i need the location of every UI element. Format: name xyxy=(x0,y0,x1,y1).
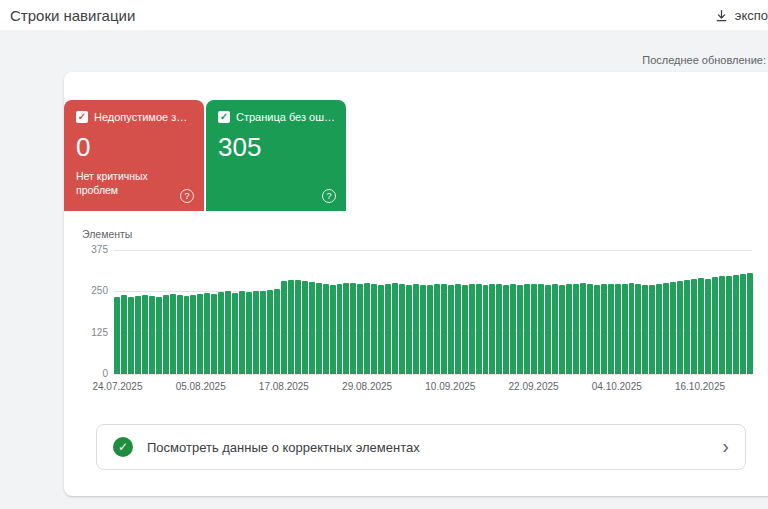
valid-checkbox[interactable]: ✓ xyxy=(218,111,230,123)
chart-bar[interactable] xyxy=(253,291,259,374)
chart-bar[interactable] xyxy=(371,284,377,374)
chart-bar[interactable] xyxy=(343,283,349,374)
chart-bar[interactable] xyxy=(399,284,405,374)
chart-bar[interactable] xyxy=(330,285,336,374)
chart-bar[interactable] xyxy=(177,295,183,374)
chart-bar[interactable] xyxy=(552,284,558,374)
chart-bar[interactable] xyxy=(302,281,308,374)
chart-bar[interactable] xyxy=(364,283,370,374)
chart-bar[interactable] xyxy=(496,284,502,374)
chart-bar[interactable] xyxy=(608,284,614,374)
chart-bar[interactable] xyxy=(406,285,412,374)
chart-bar[interactable] xyxy=(378,285,384,374)
chart-bar[interactable] xyxy=(170,294,176,374)
chart-bar[interactable] xyxy=(190,295,196,374)
chart-bar[interactable] xyxy=(573,284,579,374)
chart-bar[interactable] xyxy=(510,284,516,374)
chart-bar[interactable] xyxy=(218,292,224,374)
chart-bar[interactable] xyxy=(441,284,447,374)
export-button[interactable]: экспо xyxy=(714,0,768,30)
chart-bar[interactable] xyxy=(309,282,315,374)
chart-bar[interactable] xyxy=(121,295,127,374)
chart-bar[interactable] xyxy=(524,284,530,374)
chart-bar[interactable] xyxy=(114,297,120,374)
chart-bar[interactable] xyxy=(712,277,718,374)
chart-bar[interactable] xyxy=(128,297,134,374)
chart-bar[interactable] xyxy=(656,284,662,374)
chart-bar[interactable] xyxy=(260,291,266,374)
chart-bar[interactable] xyxy=(719,276,725,374)
chart-bar[interactable] xyxy=(239,291,245,374)
chart-bar[interactable] xyxy=(142,295,148,374)
chart-bar[interactable] xyxy=(323,284,329,374)
chart-bar[interactable] xyxy=(149,296,155,374)
chart-bar[interactable] xyxy=(434,284,440,374)
chart-bar[interactable] xyxy=(684,280,690,374)
chart-bar[interactable] xyxy=(420,285,426,374)
chart-bar[interactable] xyxy=(455,284,461,374)
errors-card[interactable]: ✓ Недопустимое з… 0 Нет критичных пробле… xyxy=(64,100,204,211)
chart-bar[interactable] xyxy=(135,296,141,374)
chart-bar[interactable] xyxy=(747,273,753,374)
valid-card[interactable]: ✓ Страница без ош… 305 ? xyxy=(206,100,346,211)
chart-bar[interactable] xyxy=(267,290,273,374)
chart-bar[interactable] xyxy=(601,284,607,374)
chart-bar[interactable] xyxy=(649,285,655,374)
chart-bar[interactable] xyxy=(197,294,203,374)
chart-bar[interactable] xyxy=(462,285,468,374)
chart-bar[interactable] xyxy=(517,285,523,374)
chart-bar[interactable] xyxy=(476,284,482,374)
chart-bar[interactable] xyxy=(448,285,454,374)
help-icon[interactable]: ? xyxy=(322,189,336,203)
chart-bar[interactable] xyxy=(531,284,537,374)
chart-bar[interactable] xyxy=(232,293,238,374)
chart-bar[interactable] xyxy=(622,284,628,374)
chart-bar[interactable] xyxy=(204,293,210,374)
chart-bar[interactable] xyxy=(670,282,676,374)
chart-bar[interactable] xyxy=(288,280,294,374)
chart-bar[interactable] xyxy=(587,284,593,374)
chart-bar[interactable] xyxy=(274,289,280,374)
chart-bar[interactable] xyxy=(489,284,495,374)
chart-bar[interactable] xyxy=(677,281,683,374)
chart-bar[interactable] xyxy=(281,281,287,374)
chart-bar[interactable] xyxy=(211,294,217,374)
chart-bar[interactable] xyxy=(663,283,669,374)
chart-bar[interactable] xyxy=(337,284,343,374)
chart-bar[interactable] xyxy=(705,279,711,374)
chart-bar[interactable] xyxy=(726,276,732,374)
chart-bar[interactable] xyxy=(740,274,746,374)
chart-bar[interactable] xyxy=(163,295,169,374)
valid-items-link[interactable]: ✓ Посмотреть данные о корректных элемент… xyxy=(96,424,746,470)
chart-bar[interactable] xyxy=(559,285,565,374)
chart-bar[interactable] xyxy=(392,283,398,374)
chart-bar[interactable] xyxy=(642,285,648,374)
chart-bar[interactable] xyxy=(483,285,489,374)
help-icon[interactable]: ? xyxy=(180,189,194,203)
chart-bar[interactable] xyxy=(691,279,697,374)
chart-bar[interactable] xyxy=(503,285,509,374)
chart-bar[interactable] xyxy=(427,285,433,374)
chart-bar[interactable] xyxy=(635,284,641,374)
chart-bar[interactable] xyxy=(629,283,635,374)
chart-bar[interactable] xyxy=(566,284,572,374)
chart-bar[interactable] xyxy=(357,284,363,374)
chart-bar[interactable] xyxy=(594,285,600,374)
chart-bar[interactable] xyxy=(184,296,190,374)
chart-bar[interactable] xyxy=(156,297,162,374)
chart-bar[interactable] xyxy=(413,284,419,374)
chart-bar[interactable] xyxy=(225,291,231,374)
chart-bar[interactable] xyxy=(350,283,356,374)
chart-bar[interactable] xyxy=(580,283,586,374)
chart-bar[interactable] xyxy=(385,284,391,374)
chart-bar[interactable] xyxy=(316,283,322,374)
chart-bar[interactable] xyxy=(295,280,301,374)
chart-bar[interactable] xyxy=(615,284,621,374)
errors-checkbox[interactable]: ✓ xyxy=(76,111,88,123)
chart-bar[interactable] xyxy=(698,278,704,374)
chart-bar[interactable] xyxy=(733,275,739,374)
chart-bar[interactable] xyxy=(538,284,544,374)
chart-bar[interactable] xyxy=(545,285,551,374)
chart-bar[interactable] xyxy=(246,292,252,374)
chart-bar[interactable] xyxy=(469,284,475,374)
